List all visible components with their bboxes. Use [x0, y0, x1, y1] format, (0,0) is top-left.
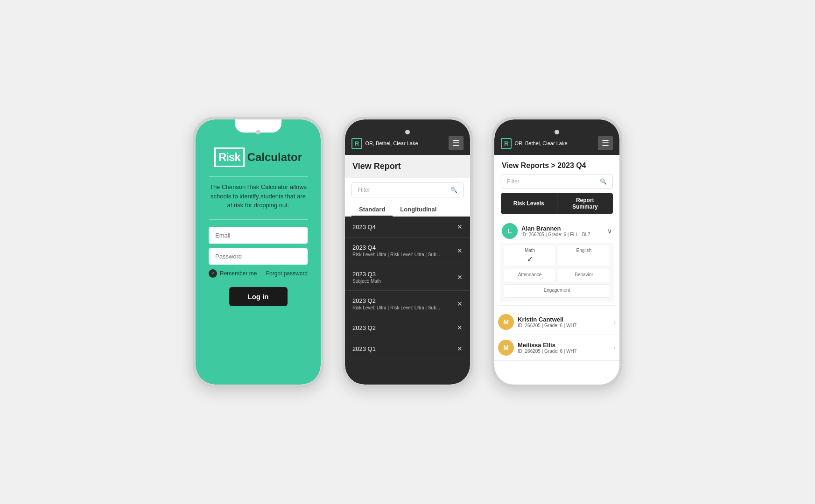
remember-label: Remember me: [220, 270, 257, 277]
close-icon[interactable]: ✕: [457, 223, 463, 231]
student-card-kristin[interactable]: M Kristin Cantwell ID: 266205 | Grade: 6…: [494, 309, 619, 335]
close-icon[interactable]: ✕: [457, 300, 463, 308]
close-icon[interactable]: ✕: [457, 324, 463, 331]
report-item-1[interactable]: 2023 Q4 ✕: [345, 217, 470, 238]
behavior-cell: Behavior: [558, 269, 610, 282]
remember-checkbox[interactable]: ✓: [209, 269, 217, 278]
header-left: R OR, Bethel, Clear Lake: [501, 138, 568, 149]
student-name-meilissa: Meilissa Ellis: [518, 342, 610, 349]
search-icon: 🔍: [450, 187, 457, 193]
filter-input-container[interactable]: Filter 🔍: [501, 175, 613, 189]
phone-login: Risk Calculator The Clemson Risk Calcula…: [193, 117, 323, 387]
report-quarter: 2023 Q4: [352, 244, 440, 251]
report-list: 2023 Q4 ✕ 2023 Q4 Risk Level: Ultra | Ri…: [345, 217, 470, 385]
student-detail-alan: Math ✓ English Attendance Behavior: [500, 243, 614, 302]
logo-divider: [209, 176, 308, 177]
report-item-3[interactable]: 2023 Q3 Subject: Math ✕: [345, 264, 470, 291]
math-value: ✓: [508, 255, 552, 264]
student-avatar-meilissa: M: [498, 340, 514, 356]
student-avatar-kristin: M: [498, 314, 514, 330]
behavior-label: Behavior: [562, 272, 606, 277]
remember-row: ✓ Remember me Forgot password: [209, 269, 308, 278]
report-quarter: 2023 Q2: [352, 297, 440, 304]
filter-placeholder: Filter: [358, 187, 370, 193]
tab-longitudinal[interactable]: Longitudinal: [393, 202, 444, 216]
attendance-cell: Attendance: [504, 269, 556, 282]
remember-left: ✓ Remember me: [209, 269, 257, 278]
report-detail: Risk Level: Ultra | Risk Level: Ultra | …: [352, 305, 440, 310]
phone-body: View Report Filter 🔍 Standard Longitudin…: [345, 155, 470, 385]
header-left: R OR, Bethel, Clear Lake: [351, 138, 418, 149]
math-label: Math: [508, 248, 552, 253]
report-item-6[interactable]: 2023 Q1 ✕: [345, 338, 470, 359]
report-item-5[interactable]: 2023 Q2 ✕: [345, 317, 470, 338]
report-quarter: 2023 Q2: [352, 324, 376, 331]
breadcrumb: View Reports > 2023 Q4: [494, 155, 619, 175]
password-field[interactable]: [209, 248, 308, 265]
close-icon[interactable]: ✕: [457, 273, 463, 281]
student-header-alan[interactable]: L Alan Brannen ID: 266205 | Grade: 6 | E…: [498, 219, 616, 243]
student-avatar-alan: L: [502, 223, 518, 239]
engagement-cell: Engagement: [504, 284, 610, 298]
hamburger-menu-icon[interactable]: ☰: [598, 136, 613, 150]
student-meta-alan: ID: 266205 | Grade: 6 | ELL | BL7: [521, 232, 604, 237]
student-info-kristin: Kristin Cantwell ID: 266205 | Grade: 6 |…: [514, 316, 613, 328]
email-field[interactable]: [209, 227, 308, 244]
filter-bar: Filter 🔍: [494, 175, 619, 193]
login-content: Risk Calculator The Clemson Risk Calcula…: [196, 119, 321, 385]
close-icon[interactable]: ✕: [457, 247, 463, 254]
english-cell: English: [558, 245, 610, 267]
filter-placeholder: Filter: [507, 178, 520, 185]
math-cell: Math ✓: [504, 245, 556, 267]
chevron-right-icon: ›: [613, 344, 616, 351]
tab-row: Standard Longitudinal: [345, 202, 470, 217]
login-tagline: The Clemson Risk Calculator allows schoo…: [209, 182, 308, 210]
phone-notch: [384, 119, 431, 133]
phone-body: View Reports > 2023 Q4 Filter 🔍 Risk Lev…: [494, 155, 619, 385]
report-detail: Subject: Math: [352, 279, 381, 284]
hamburger-menu-icon[interactable]: ☰: [449, 136, 464, 150]
student-name-alan: Alan Brannen: [521, 225, 604, 232]
attendance-label: Attendance: [508, 272, 552, 277]
student-info-alan: Alan Brannen ID: 266205 | Grade: 6 | ELL…: [518, 225, 607, 237]
login-screen: Risk Calculator The Clemson Risk Calcula…: [196, 119, 321, 385]
close-icon[interactable]: ✕: [457, 345, 463, 352]
student-meta-meilissa: ID: 266205 | Grade: 6 | WH7: [518, 349, 610, 354]
chevron-right-icon: ›: [613, 318, 616, 326]
report-detail-screen: R OR, Bethel, Clear Lake ☰ View Reports …: [494, 119, 619, 385]
search-icon: 🔍: [600, 178, 607, 185]
logo-box: Risk: [214, 147, 245, 167]
login-divider: [209, 219, 308, 220]
student-name-kristin: Kristin Cantwell: [518, 316, 610, 323]
r-logo-icon: R: [501, 138, 512, 149]
tab-standard[interactable]: Standard: [351, 202, 393, 217]
report-summary-button[interactable]: Report Summary: [557, 193, 613, 214]
expand-icon[interactable]: ∨: [607, 227, 612, 235]
report-item-2[interactable]: 2023 Q4 Risk Level: Ultra | Risk Level: …: [345, 238, 470, 264]
filter-input-container[interactable]: Filter 🔍: [351, 182, 464, 197]
view-toggle-buttons: Risk Levels Report Summary: [494, 193, 619, 219]
report-quarter: 2023 Q4: [352, 224, 376, 231]
header-location: OR, Bethel, Clear Lake: [514, 140, 567, 146]
view-report-screen: R OR, Bethel, Clear Lake ☰ View Report F…: [345, 119, 470, 385]
logo-calculator: Calculator: [247, 151, 302, 164]
phone-report-detail: R OR, Bethel, Clear Lake ☰ View Reports …: [492, 117, 622, 387]
r-logo-icon: R: [351, 138, 362, 149]
report-quarter: 2023 Q3: [352, 271, 381, 278]
forgot-password-link[interactable]: Forgot password: [266, 270, 308, 277]
detail-grid: Math ✓ English Attendance Behavior: [504, 245, 610, 298]
header-location: OR, Bethel, Clear Lake: [365, 140, 418, 146]
logo-container: Risk Calculator: [214, 147, 302, 167]
login-button[interactable]: Log in: [229, 287, 288, 306]
student-info-meilissa: Meilissa Ellis ID: 266205 | Grade: 6 | W…: [514, 342, 613, 354]
student-card-meilissa[interactable]: M Meilissa Ellis ID: 266205 | Grade: 6 |…: [494, 335, 619, 361]
phone-notch: [534, 119, 580, 133]
phone-view-report: R OR, Bethel, Clear Lake ☰ View Report F…: [342, 117, 473, 387]
phone-notch: [235, 119, 281, 133]
risk-levels-button[interactable]: Risk Levels: [501, 193, 557, 214]
report-item-4[interactable]: 2023 Q2 Risk Level: Ultra | Risk Level: …: [345, 291, 470, 317]
logo-risk: Risk: [218, 151, 240, 163]
filter-bar: Filter 🔍: [345, 178, 470, 202]
engagement-label: Engagement: [508, 287, 606, 293]
student-card-alan: L Alan Brannen ID: 266205 | Grade: 6 | E…: [498, 219, 616, 306]
